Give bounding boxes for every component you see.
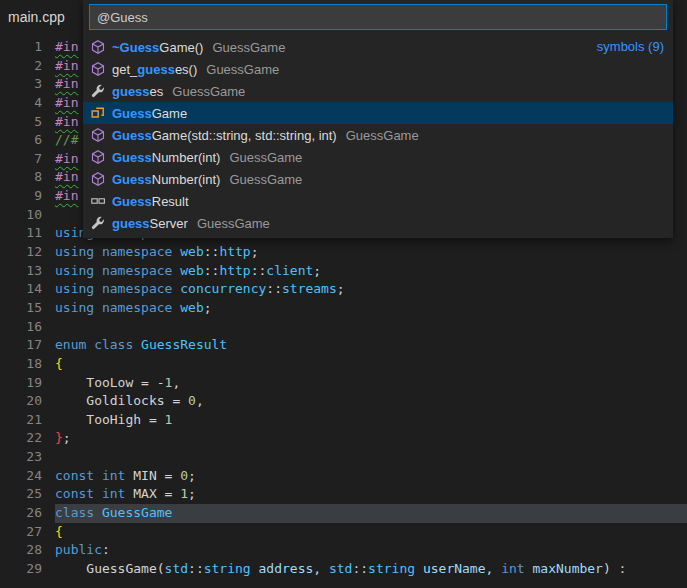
- symbols-count-badge: symbols (9): [597, 36, 664, 58]
- code-line[interactable]: 18{: [0, 355, 687, 374]
- symbol-class-icon: [90, 105, 106, 121]
- tab-main-cpp[interactable]: main.cpp: [8, 9, 65, 25]
- line-number: 21: [0, 411, 42, 430]
- code-line[interactable]: 24const int MIN = 0;: [0, 467, 687, 486]
- line-number: 25: [0, 485, 42, 504]
- symbol-list-item[interactable]: guessServerGuessGame: [83, 212, 673, 234]
- code-line[interactable]: 29 GuessGame(std::string address, std::s…: [0, 560, 687, 579]
- symbol-list-item[interactable]: GuessResult: [83, 190, 673, 212]
- symbol-container-name: GuessGame: [346, 128, 419, 143]
- line-content: using namespace web;: [55, 299, 687, 318]
- symbol-label: ~GuessGame(): [112, 40, 203, 55]
- code-line[interactable]: 20 Goldilocks = 0,: [0, 392, 687, 411]
- line-content: };: [55, 429, 687, 448]
- line-number: 5: [0, 113, 42, 132]
- line-number: 6: [0, 131, 42, 150]
- code-line[interactable]: 15using namespace web;: [0, 299, 687, 318]
- code-line[interactable]: 27{: [0, 523, 687, 542]
- code-line[interactable]: 26class GuessGame: [0, 504, 687, 523]
- symbol-container-name: GuessGame: [206, 62, 279, 77]
- symbol-enum-icon: [90, 193, 106, 209]
- line-number: 23: [0, 448, 42, 467]
- symbol-search-input[interactable]: [89, 4, 667, 30]
- line-content: TooHigh = 1: [55, 411, 687, 430]
- line-content: public:: [55, 541, 687, 560]
- line-number: 24: [0, 467, 42, 486]
- line-number: 13: [0, 262, 42, 281]
- symbol-list-item[interactable]: GuessGame: [83, 102, 673, 124]
- symbol-container-name: GuessGame: [197, 216, 270, 231]
- line-number: 19: [0, 374, 42, 393]
- line-number: 26: [0, 504, 42, 523]
- line-number: 10: [0, 206, 42, 225]
- line-number: 17: [0, 336, 42, 355]
- code-line[interactable]: 14using namespace concurrency::streams;: [0, 280, 687, 299]
- line-content: {: [55, 355, 687, 374]
- symbol-method-icon: [90, 61, 106, 77]
- code-line[interactable]: 17enum class GuessResult: [0, 336, 687, 355]
- line-content: enum class GuessResult: [55, 336, 687, 355]
- symbol-label: guessServer: [112, 216, 188, 231]
- line-content: Goldilocks = 0,: [55, 392, 687, 411]
- line-number: 9: [0, 187, 42, 206]
- line-number: 15: [0, 299, 42, 318]
- symbol-method-icon: [90, 127, 106, 143]
- symbol-list-item[interactable]: GuessGame(std::string, std::string, int)…: [83, 124, 673, 146]
- symbol-label: GuessNumber(int): [112, 172, 220, 187]
- symbol-list-item[interactable]: GuessNumber(int)GuessGame: [83, 146, 673, 168]
- line-number: 18: [0, 355, 42, 374]
- code-line[interactable]: 19 TooLow = -1,: [0, 374, 687, 393]
- line-content: TooLow = -1,: [55, 374, 687, 393]
- symbol-list-item[interactable]: GuessNumber(int)GuessGame: [83, 168, 673, 190]
- line-content: using namespace web::http::client;: [55, 262, 687, 281]
- line-number: 27: [0, 523, 42, 542]
- symbol-list: ~GuessGame()GuessGamesymbols (9)get_gues…: [83, 36, 673, 234]
- symbol-method-icon: [90, 149, 106, 165]
- line-number: 29: [0, 560, 42, 579]
- line-content: [55, 318, 687, 337]
- symbol-method-icon: [90, 171, 106, 187]
- line-content: [55, 448, 687, 467]
- line-number: 14: [0, 280, 42, 299]
- line-number: 3: [0, 75, 42, 94]
- code-line[interactable]: 28public:: [0, 541, 687, 560]
- symbol-label: guesses: [112, 84, 163, 99]
- symbol-list-item[interactable]: guessesGuessGame: [83, 80, 673, 102]
- line-number: 1: [0, 38, 42, 57]
- line-number: 22: [0, 429, 42, 448]
- symbol-list-item[interactable]: get_guesses()GuessGame: [83, 58, 673, 80]
- symbol-container-name: GuessGame: [212, 40, 285, 55]
- code-line[interactable]: 21 TooHigh = 1: [0, 411, 687, 430]
- line-number: 11: [0, 224, 42, 243]
- line-number: 28: [0, 541, 42, 560]
- line-number: 7: [0, 150, 42, 169]
- symbol-label: GuessResult: [112, 194, 189, 209]
- symbol-label: GuessNumber(int): [112, 150, 220, 165]
- line-content: {: [55, 523, 687, 542]
- line-content: using namespace web::http;: [55, 243, 687, 262]
- symbol-method-icon: [90, 39, 106, 55]
- symbol-list-item[interactable]: ~GuessGame()GuessGamesymbols (9): [83, 36, 673, 58]
- line-number: 2: [0, 57, 42, 76]
- quick-open-panel: ~GuessGame()GuessGamesymbols (9)get_gues…: [83, 0, 673, 238]
- line-number: 20: [0, 392, 42, 411]
- code-line[interactable]: 12using namespace web::http;: [0, 243, 687, 262]
- quick-open-input-wrap: [83, 0, 673, 32]
- line-number: 4: [0, 94, 42, 113]
- line-content: using namespace concurrency::streams;: [55, 280, 687, 299]
- symbol-property-icon: [90, 83, 106, 99]
- code-line[interactable]: 25const int MAX = 1;: [0, 485, 687, 504]
- code-line[interactable]: 23: [0, 448, 687, 467]
- symbol-label: get_guesses(): [112, 62, 197, 77]
- symbol-label: GuessGame(std::string, std::string, int): [112, 128, 337, 143]
- line-content: const int MAX = 1;: [55, 485, 687, 504]
- code-line[interactable]: 16: [0, 318, 687, 337]
- line-number: 8: [0, 168, 42, 187]
- code-line[interactable]: 13using namespace web::http::client;: [0, 262, 687, 281]
- symbol-label: GuessGame: [112, 106, 187, 121]
- symbol-container-name: GuessGame: [229, 150, 302, 165]
- symbol-container-name: GuessGame: [229, 172, 302, 187]
- symbol-container-name: GuessGame: [172, 84, 245, 99]
- line-number: 12: [0, 243, 42, 262]
- code-line[interactable]: 22};: [0, 429, 687, 448]
